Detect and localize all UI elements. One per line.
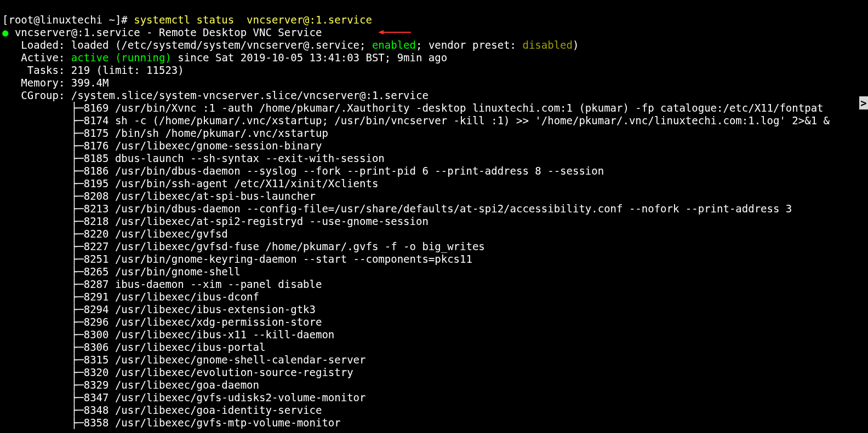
status-bullet-icon: ● [2, 26, 8, 38]
loaded-mid: ; vendor preset: [416, 39, 522, 51]
tasks-line: Tasks: 219 (limit: 11523) [2, 64, 184, 76]
active-label: Active: [2, 51, 71, 63]
process-tree: ├─8169 /usr/bin/Xvnc :1 -auth /home/pkum… [2, 102, 866, 429]
active-state: active (running) [71, 51, 172, 63]
loaded-label: Loaded: [2, 39, 71, 51]
memory-line: Memory: 399.4M [2, 77, 108, 89]
loaded-disabled: disabled [522, 39, 573, 51]
service-name: vncserver@:1.service - Remote Desktop VN… [15, 26, 322, 38]
line-overflow-indicator-icon: > [859, 96, 868, 109]
loaded-enabled: enabled [372, 39, 416, 51]
loaded-post: ) [573, 39, 579, 51]
annotation-arrow-icon [378, 4, 411, 9]
svg-marker-1 [378, 30, 384, 34]
shell-command: systemctl status vncserver@:1.service [134, 14, 372, 26]
terminal-output[interactable]: [root@linuxtechi ~]# systemctl status vn… [0, 0, 868, 433]
loaded-pre: loaded (/etc/systemd/system/vncserver@.s… [71, 39, 372, 51]
shell-prompt: [root@linuxtechi ~]# [2, 14, 134, 26]
active-since: since Sat 2019-10-05 13:41:03 BST; 9min … [172, 51, 447, 63]
cgroup-line: CGroup: /system.slice/system-vncserver.s… [2, 89, 429, 101]
